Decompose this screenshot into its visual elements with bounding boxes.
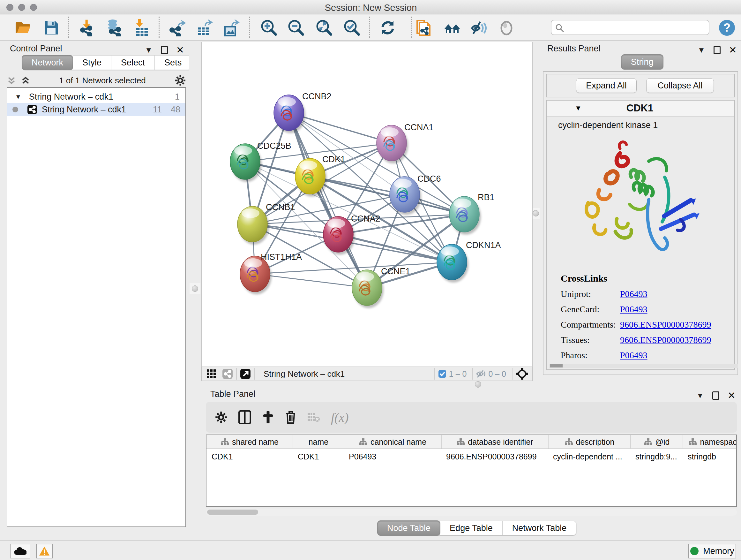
node-CCNB2[interactable]: CCNB2 — [274, 91, 332, 133]
export-image-icon[interactable] — [223, 19, 240, 37]
left-splitter[interactable] — [189, 42, 201, 531]
memory-button[interactable]: Memory — [688, 544, 736, 558]
eye-icon[interactable] — [498, 19, 515, 37]
edge-CCNE1-HIST1H1A[interactable] — [255, 274, 367, 288]
float-panel-icon[interactable] — [714, 46, 721, 54]
column-header-database-identifier[interactable]: database identifier — [441, 435, 548, 449]
help-button[interactable]: ? — [719, 20, 735, 36]
panel-menu-icon[interactable]: ▼ — [696, 391, 704, 400]
node-CCNE1[interactable]: CCNE1 — [352, 266, 410, 308]
zoom-in-icon[interactable] — [260, 19, 277, 37]
network-collection-row[interactable]: ▼ String Network – cdk1 1 — [7, 90, 185, 103]
table-cell[interactable]: stringdb — [683, 450, 737, 463]
show-columns-icon[interactable] — [239, 410, 251, 424]
close-panel-icon[interactable]: ✕ — [176, 44, 184, 56]
tab-network-table[interactable]: Network Table — [502, 521, 577, 536]
entry-expander-icon[interactable]: ▼ — [575, 104, 582, 112]
zoom-out-icon[interactable] — [287, 19, 304, 37]
network-selection-bar: 1 of 1 Network selected — [7, 74, 186, 86]
delete-column-icon[interactable] — [285, 410, 296, 424]
node-CDKN1A[interactable]: CDKN1A — [437, 240, 501, 283]
tab-style[interactable]: Style — [73, 55, 111, 70]
panel-menu-icon[interactable]: ▼ — [697, 46, 705, 55]
crosslink-link[interactable]: P06493 — [620, 304, 648, 314]
horizontal-splitter[interactable] — [201, 381, 741, 388]
column-header-shared-name[interactable]: shared name — [206, 435, 293, 449]
node-CDC6[interactable]: CDC6 — [390, 174, 441, 215]
node-HIST1H1A[interactable]: HIST1H1A — [240, 252, 302, 294]
entry-header[interactable]: ▼ CDK1 — [547, 101, 734, 117]
table-cell[interactable]: CDK1 — [293, 450, 344, 463]
column-header-canonical-name[interactable]: canonical name — [344, 435, 441, 449]
table-cell[interactable]: cyclin-dependent ... — [548, 450, 630, 463]
crosslink-link[interactable]: 9606.ENSP00000378699 — [620, 320, 711, 330]
network-list-icon[interactable] — [222, 368, 233, 379]
export-network-icon[interactable] — [170, 19, 186, 37]
column-header-description[interactable]: description — [548, 435, 630, 449]
save-session-icon[interactable] — [43, 19, 60, 37]
zoom-selected-icon[interactable] — [343, 19, 360, 37]
tab-select[interactable]: Select — [111, 55, 155, 70]
network-row-selected[interactable]: String Network – cdk1 11 48 — [7, 103, 185, 116]
float-panel-icon[interactable] — [712, 391, 719, 400]
expand-all-button[interactable]: Expand All — [576, 78, 636, 93]
float-panel-icon[interactable] — [161, 46, 168, 54]
warning-button[interactable] — [36, 544, 53, 558]
add-column-icon[interactable] — [262, 411, 274, 423]
node-label-CCNB1: CCNB1 — [266, 202, 295, 212]
column-header-name[interactable]: name — [293, 435, 344, 449]
home-icon[interactable] — [444, 19, 461, 37]
crosslink-link[interactable]: P06493 — [620, 350, 648, 361]
tab-node-table[interactable]: Node Table — [377, 520, 441, 536]
panel-menu-icon[interactable]: ▼ — [145, 46, 152, 55]
crosslink-link[interactable]: 9606.ENSP00000378699 — [620, 335, 711, 345]
node-RB1[interactable]: RB1 — [449, 192, 495, 235]
import-network-icon[interactable] — [79, 19, 95, 37]
column-header-@id[interactable]: @id — [630, 435, 683, 449]
node-CCNA2[interactable]: CCNA2 — [323, 214, 381, 255]
grid-view-icon[interactable] — [207, 369, 216, 379]
expand-all-icon[interactable] — [21, 76, 30, 85]
table-cell[interactable]: stringdb:9... — [630, 450, 683, 463]
close-panel-icon[interactable]: ✕ — [728, 390, 736, 401]
open-session-icon[interactable] — [14, 19, 31, 37]
refresh-icon[interactable] — [380, 19, 396, 37]
node-CCNB1[interactable]: CCNB1 — [238, 202, 295, 245]
collapse-all-icon[interactable] — [7, 76, 16, 85]
gear-icon[interactable] — [175, 75, 186, 86]
hide-glasses-icon[interactable] — [471, 19, 487, 37]
hidden-eye-icon[interactable] — [476, 370, 486, 378]
crosslink-link[interactable]: P06493 — [620, 289, 648, 299]
status-bar: Memory — [0, 540, 741, 560]
birdseye-view-icon[interactable] — [516, 368, 529, 380]
open-in-new-icon[interactable] — [240, 368, 251, 379]
zoom-fit-icon[interactable] — [316, 19, 332, 37]
node-CDK1[interactable]: CDK1 — [295, 154, 345, 197]
search-input[interactable] — [567, 22, 704, 33]
tab-network[interactable]: Network — [22, 55, 73, 70]
export-table-icon[interactable] — [196, 19, 213, 37]
collection-expander-icon[interactable]: ▼ — [15, 93, 21, 101]
tab-edge-table[interactable]: Edge Table — [440, 521, 502, 536]
column-header-namespace[interactable]: namespace — [683, 435, 737, 449]
network-canvas[interactable]: CCNB2CCNA1CDC25BCDK1CDC6RB1CCNB1CCNA2CDK… — [201, 42, 533, 367]
table-hscrollbar[interactable] — [206, 509, 737, 516]
node-CCNA1[interactable]: CCNA1 — [377, 123, 434, 164]
table-cell[interactable]: P06493 — [344, 450, 441, 463]
selected-checkbox-icon[interactable] — [438, 370, 447, 378]
table-cell[interactable]: 9606.ENSP00000378699 — [441, 450, 548, 463]
share-document-icon[interactable] — [415, 19, 432, 37]
tab-string[interactable]: String — [621, 54, 664, 70]
close-panel-icon[interactable]: ✕ — [729, 44, 737, 56]
cloud-button[interactable] — [10, 544, 30, 558]
table-cell[interactable]: CDK1 — [206, 450, 293, 463]
import-database-icon[interactable] — [106, 19, 122, 37]
tab-sets[interactable]: Sets — [155, 55, 192, 70]
search-box[interactable] — [551, 20, 710, 35]
table-gear-icon[interactable] — [215, 411, 227, 424]
results-hscrollbar[interactable] — [549, 364, 738, 368]
import-table-icon[interactable] — [134, 19, 150, 37]
toolbar-separator — [369, 17, 370, 38]
node-CDC25B[interactable]: CDC25B — [230, 141, 291, 182]
collapse-all-button[interactable]: Collapse All — [646, 78, 714, 93]
